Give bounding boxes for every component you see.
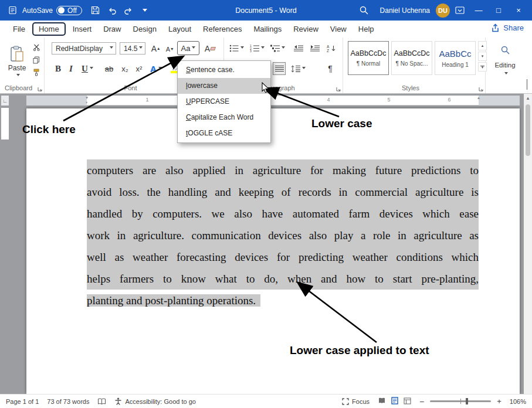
grow-font-button[interactable]: A▴ — [149, 42, 162, 55]
menu-item-uppercase[interactable]: UPPERCASE — [178, 94, 270, 110]
tab-file[interactable]: File — [7, 23, 31, 35]
tab-mailings[interactable]: Mailings — [248, 23, 288, 35]
minimize-button[interactable]: — — [470, 2, 487, 18]
editing-group[interactable]: Editing — [486, 38, 524, 93]
focus-button[interactable]: Focus — [342, 398, 370, 405]
style-name: ¶ Normal — [357, 60, 380, 67]
page-indicator[interactable]: Page 1 of 1 — [6, 398, 39, 405]
tab-draw[interactable]: Draw — [97, 23, 127, 35]
vertical-ruler[interactable] — [1, 108, 9, 140]
strikethrough-button[interactable]: ab — [102, 62, 116, 75]
copy-icon[interactable] — [31, 55, 42, 64]
format-painter-icon[interactable] — [31, 67, 42, 77]
zoom-in-button[interactable]: + — [497, 397, 501, 406]
underline-button[interactable]: U — [79, 62, 96, 75]
selected-paragraph[interactable]: computers are also applied in agricultur… — [87, 159, 479, 311]
avatar[interactable]: DU — [436, 4, 450, 18]
justify-icon[interactable] — [273, 62, 286, 75]
horizontal-ruler[interactable]: 1 2 3 4 5 6 ▾▪ ▴ — [26, 96, 520, 106]
tab-stop-selector[interactable]: ∟ — [1, 96, 9, 106]
menu-item-toggle-case[interactable]: tOGGLE cASE — [178, 125, 270, 141]
quick-access-chevron-icon[interactable] — [137, 2, 153, 18]
multilevel-list-button[interactable] — [270, 42, 285, 54]
word-count[interactable]: 73 of 73 words — [47, 398, 89, 405]
paste-button[interactable]: Paste — [4, 41, 31, 82]
text-line[interactable]: computers are also applied in agricultur… — [87, 159, 479, 181]
subscript-button[interactable]: x₂ — [118, 62, 131, 75]
ruler-left-indent-marker[interactable]: ▾▪ — [84, 96, 90, 105]
menu-item-lowercase[interactable]: lowercase — [178, 78, 270, 94]
scroll-up-icon[interactable]: ▴ — [524, 95, 532, 101]
styles-dialog-launcher-icon[interactable] — [479, 87, 483, 91]
show-hide-paragraph-button[interactable]: ¶ — [324, 62, 337, 75]
text-line[interactable]: planting and post-planting operations. — [87, 290, 479, 311]
bold-button[interactable]: B — [53, 62, 63, 75]
zoom-slider[interactable] — [430, 400, 491, 402]
share-button[interactable]: Share — [491, 23, 524, 32]
title-bar-right: Daniel Uchenna DU — □ × — [357, 2, 527, 18]
decrease-indent-icon[interactable] — [292, 42, 305, 54]
user-name[interactable]: Daniel Uchenna — [380, 6, 430, 15]
zoom-slider-thumb[interactable] — [466, 398, 468, 404]
style-normal[interactable]: AaBbCcDc ¶ Normal — [348, 41, 389, 75]
line-spacing-button[interactable] — [290, 62, 306, 75]
text-line[interactable]: well as weather forecasting devices for … — [87, 246, 479, 268]
app-icon[interactable] — [5, 2, 20, 18]
ribbon-display-options-icon[interactable] — [452, 2, 467, 18]
menu-item-sentence-case[interactable]: Sentence case. — [178, 62, 270, 78]
print-layout-icon[interactable] — [391, 397, 398, 406]
text-effects-button[interactable]: A — [148, 62, 164, 75]
accessibility-status[interactable]: Accessibility: Good to go — [114, 397, 195, 405]
save-icon[interactable] — [88, 2, 103, 18]
font-size-combo[interactable]: 14.5 — [120, 42, 145, 55]
redo-icon[interactable] — [121, 2, 136, 18]
tab-home[interactable]: Home — [32, 22, 66, 36]
style-heading-1[interactable]: AaBbCc Heading 1 — [435, 41, 476, 75]
style-no-spacing[interactable]: AaBbCcDc ¶ No Spac... — [391, 41, 432, 75]
document-page[interactable]: computers are also applied in agricultur… — [26, 108, 520, 394]
read-mode-icon[interactable] — [378, 397, 386, 405]
paragraph-dialog-launcher-icon[interactable] — [336, 87, 341, 91]
close-button[interactable]: × — [510, 2, 527, 18]
collapse-ribbon-icon[interactable] — [527, 80, 527, 90]
increase-indent-icon[interactable] — [309, 42, 321, 54]
tab-layout[interactable]: Layout — [162, 23, 197, 35]
scrollbar-thumb[interactable] — [526, 104, 530, 156]
superscript-button[interactable]: x² — [133, 62, 145, 75]
ruler-right-indent-marker[interactable]: ▴ — [476, 96, 482, 100]
tab-design[interactable]: Design — [127, 23, 162, 35]
tab-references[interactable]: References — [197, 23, 248, 35]
italic-button[interactable]: I — [67, 62, 75, 75]
tab-help[interactable]: Help — [353, 23, 380, 35]
text-line[interactable]: work in agriculture. communication devic… — [87, 225, 479, 246]
change-case-button[interactable]: Aa — [177, 41, 199, 55]
text-line[interactable]: helps farmers to know what to do, when a… — [87, 268, 479, 290]
vertical-scrollbar[interactable]: ▴ — [524, 94, 532, 394]
clipboard-dialog-launcher-icon[interactable] — [38, 87, 42, 91]
shrink-font-button[interactable]: A▾ — [163, 43, 176, 55]
numbered-list-button[interactable]: 123 — [249, 42, 265, 54]
menu-item-capitalize-each-word[interactable]: Capitalize Each Word — [178, 110, 270, 125]
tab-insert[interactable]: Insert — [67, 23, 98, 35]
maximize-button[interactable]: □ — [490, 2, 507, 18]
autosave-toggle[interactable]: Off — [56, 6, 82, 15]
text-line[interactable]: handled by computers. we also have autom… — [87, 203, 479, 225]
tab-view[interactable]: View — [324, 23, 353, 35]
cut-icon[interactable] — [31, 43, 42, 52]
sort-icon[interactable]: AZ — [325, 42, 338, 54]
search-icon[interactable] — [357, 2, 372, 18]
annotation-click-here: Click here — [22, 123, 76, 136]
ruler-number: 4 — [325, 97, 332, 103]
svg-text:A: A — [327, 45, 330, 49]
web-layout-icon[interactable] — [404, 397, 411, 406]
share-label: Share — [503, 23, 524, 32]
tab-review[interactable]: Review — [287, 23, 324, 35]
undo-icon[interactable] — [104, 2, 120, 18]
font-name-combo[interactable]: RedHatDisplay — [52, 42, 116, 55]
proofing-icon[interactable] — [97, 398, 106, 405]
text-line[interactable]: avoid loss. the handling and keeping of … — [87, 181, 479, 203]
clear-formatting-button[interactable]: A — [203, 42, 217, 55]
bullet-list-button[interactable] — [229, 42, 244, 54]
zoom-level[interactable]: 106% — [510, 398, 526, 405]
zoom-out-button[interactable]: − — [419, 397, 424, 406]
